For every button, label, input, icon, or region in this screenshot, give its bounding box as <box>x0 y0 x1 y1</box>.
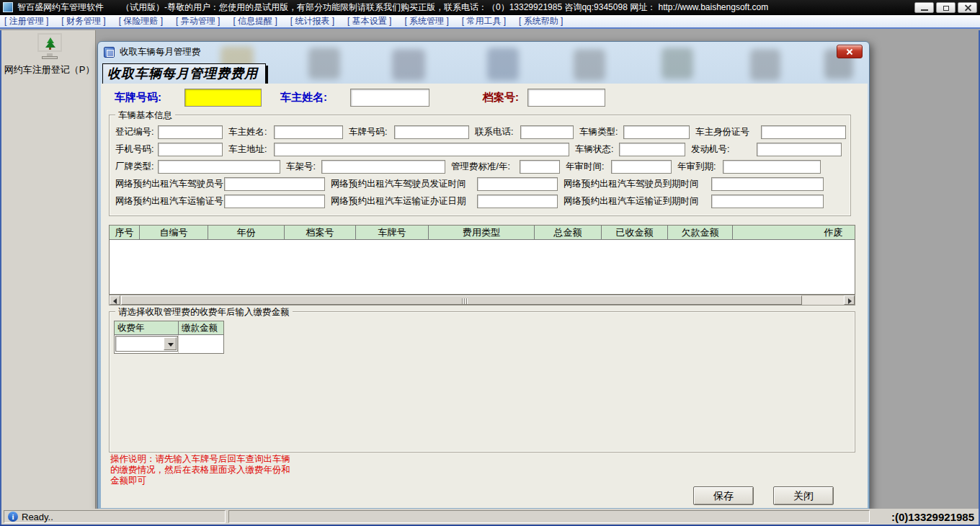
fee-column-header-4[interactable]: 车牌号 <box>356 226 429 239</box>
fee-entry-table: 收费年 缴款金额 <box>114 321 224 354</box>
arrow-left-icon <box>113 298 117 304</box>
save-button[interactable]: 保存 <box>693 486 754 505</box>
file-number-label: 档案号: <box>483 91 519 104</box>
dialog-titlebar[interactable]: 收取车辆每月管理费 <box>98 42 869 62</box>
engine-no-input[interactable] <box>757 143 842 156</box>
menu-item-6[interactable]: [ 基本设置 ] <box>347 15 391 27</box>
scroll-right-button[interactable] <box>844 295 855 305</box>
transport-cert-due-label: 网络预约出租汽车运输证到期时间 <box>564 195 709 208</box>
app-icon <box>3 2 13 12</box>
fee-column-header-7[interactable]: 已收金额 <box>602 226 668 239</box>
mobile-input[interactable] <box>158 143 223 156</box>
plate-no2-input[interactable] <box>394 125 469 139</box>
transport-cert-no-input[interactable] <box>224 195 325 208</box>
fee-column-header-0[interactable]: 序号 <box>110 226 140 239</box>
transport-cert-issue-input[interactable] <box>477 195 558 208</box>
fee-column-header-5[interactable]: 费用类型 <box>429 226 535 239</box>
minimize-icon <box>921 9 928 11</box>
close-icon <box>837 45 862 58</box>
fee-per-year-input[interactable] <box>520 160 560 174</box>
close-button[interactable]: 关闭 <box>773 486 834 505</box>
fee-amount-cell[interactable] <box>179 335 223 353</box>
menu-item-8[interactable]: [ 常用工具 ] <box>462 15 506 27</box>
file-number-input[interactable] <box>527 89 605 107</box>
restore-button[interactable] <box>936 2 956 13</box>
reg-no-label: 登记编号: <box>115 126 156 138</box>
owner-id-input[interactable] <box>761 125 846 139</box>
dialog-close-button[interactable] <box>837 45 863 58</box>
driver-cert-no-input[interactable] <box>224 177 325 191</box>
vin-input[interactable] <box>321 160 445 174</box>
info-row-4: 网络预约出租汽车驾驶员号 网络预约出租汽车驾驶员发证时间 网络预约出租汽车驾驶员… <box>110 175 850 192</box>
scroll-left-button[interactable] <box>110 295 120 305</box>
toolbar-item-register[interactable]: 网约车注册登记（P） <box>1 33 97 76</box>
dialog-title: 收取车辆每月管理费 <box>120 46 201 58</box>
fee-amount-column-header: 缴款金额 <box>179 321 223 334</box>
fee-column-header-9[interactable]: 作废 <box>733 226 855 239</box>
menu-item-2[interactable]: [ 保险理赔 ] <box>119 15 163 27</box>
menu-item-9[interactable]: [ 系统帮助 ] <box>519 15 563 27</box>
vehicle-type-input[interactable] <box>623 125 690 139</box>
address-input[interactable] <box>274 143 569 156</box>
menu-item-0[interactable]: [ 注册管理 ] <box>4 15 48 27</box>
driver-cert-no-label: 网络预约出租汽车驾驶员号 <box>115 178 222 190</box>
driver-cert-due-label: 网络预约出租汽车驾驶员到期时间 <box>564 178 709 190</box>
engine-no-label: 发动机号: <box>691 143 754 156</box>
reg-no-input[interactable] <box>158 125 223 139</box>
toolbar-item-label: 网约车注册登记（P） <box>1 63 97 76</box>
vin-label: 车架号: <box>286 161 319 173</box>
fee-column-header-6[interactable]: 总金额 <box>535 226 602 239</box>
fee-column-header-1[interactable]: 自编号 <box>140 226 208 239</box>
vehicle-status-input[interactable] <box>619 143 685 156</box>
status-phone-text: :(0)13329921985 <box>891 511 974 523</box>
inspect-time-input[interactable] <box>611 160 672 174</box>
transport-cert-issue-label: 网络预约出租汽车运输证办证日期 <box>331 195 475 208</box>
vehicle-status-label: 车辆状态: <box>575 143 617 156</box>
scrollbar-thumb[interactable] <box>121 295 802 305</box>
monitor-tree-icon <box>35 33 64 61</box>
info-row-3: 厂牌类型: 车架号: 管理费标准/年: 年审时间: 年审到期: <box>110 158 850 175</box>
fee-table-body[interactable] <box>110 240 855 294</box>
vehicle-info-group: 车辆基本信息 登记编号: 车主姓名: 车牌号码: 联系电话: 车辆类型: 车主身… <box>109 115 851 216</box>
owner-id-label: 车主身份证号 <box>695 126 759 138</box>
inspect-due-input[interactable] <box>723 160 821 174</box>
vehicle-type-label: 车辆类型: <box>579 126 621 138</box>
brand-type-label: 厂牌类型: <box>115 161 156 173</box>
close-icon <box>958 3 976 12</box>
plate-number-label: 车牌号码: <box>115 91 161 104</box>
menu-item-4[interactable]: [ 信息提醒 ] <box>233 15 277 27</box>
fee-year-combobox[interactable] <box>115 336 178 352</box>
fee-records-table[interactable]: 序号自编号年份档案号车牌号费用类型总金额已收金额欠款金额作废 <box>109 225 855 295</box>
fee-column-header-2[interactable]: 年份 <box>208 226 285 239</box>
fee-column-header-3[interactable]: 档案号 <box>285 226 356 239</box>
close-window-button[interactable] <box>958 2 977 13</box>
phone-input[interactable] <box>520 125 574 139</box>
driver-cert-due-input[interactable] <box>711 177 824 191</box>
restore-icon <box>943 6 949 11</box>
minimize-button[interactable] <box>914 2 934 13</box>
fee-per-year-label: 管理费标准/年: <box>451 161 517 173</box>
address-label: 车主地址: <box>228 143 272 156</box>
driver-cert-issue-input[interactable] <box>477 177 558 191</box>
menu-bar: [ 注册管理 ][ 财务管理 ][ 保险理赔 ][ 异动管理 ][ 信息提醒 ]… <box>0 15 980 29</box>
menu-item-3[interactable]: [ 异动管理 ] <box>176 15 220 27</box>
menu-item-1[interactable]: [ 财务管理 ] <box>61 15 105 27</box>
main-titlebar: 智百盛网约车管理软件 （试用版）-尊敬的用户：您使用的是试用版，有部分功能限制请… <box>0 0 980 15</box>
status-bar: i Ready.. :(0)13329921985 <box>0 509 980 525</box>
fee-column-header-8[interactable]: 欠款金额 <box>668 226 733 239</box>
transport-cert-due-input[interactable] <box>711 195 824 208</box>
status-panel-empty <box>228 510 870 523</box>
toolbar-panel: 网约车注册登记（P） <box>0 30 96 509</box>
info-row-5: 网络预约出租汽车运输证号 网络预约出租汽车运输证办证日期 网络预约出租汽车运输证… <box>110 192 850 210</box>
horizontal-scrollbar[interactable] <box>109 295 855 306</box>
brand-type-input[interactable] <box>158 160 280 174</box>
combobox-dropdown-button[interactable] <box>164 337 177 350</box>
menu-item-5[interactable]: [ 统计报表 ] <box>290 15 334 27</box>
operation-note: 操作说明：请先输入车牌号后回车查询出车辆的缴费情况，然后在表格里面录入缴费年份和… <box>110 454 295 486</box>
owner-name-input[interactable] <box>350 89 429 107</box>
transport-cert-no-label: 网络预约出租汽车运输证号 <box>115 195 222 208</box>
owner-name2-input[interactable] <box>274 125 343 139</box>
collect-fee-dialog: 收取车辆每月管理费 收取车辆每月管理费费用 车牌号码: 车主姓名: 档案号: 车… <box>97 41 870 510</box>
menu-item-7[interactable]: [ 系统管理 ] <box>404 15 448 27</box>
plate-number-input[interactable] <box>184 89 262 107</box>
